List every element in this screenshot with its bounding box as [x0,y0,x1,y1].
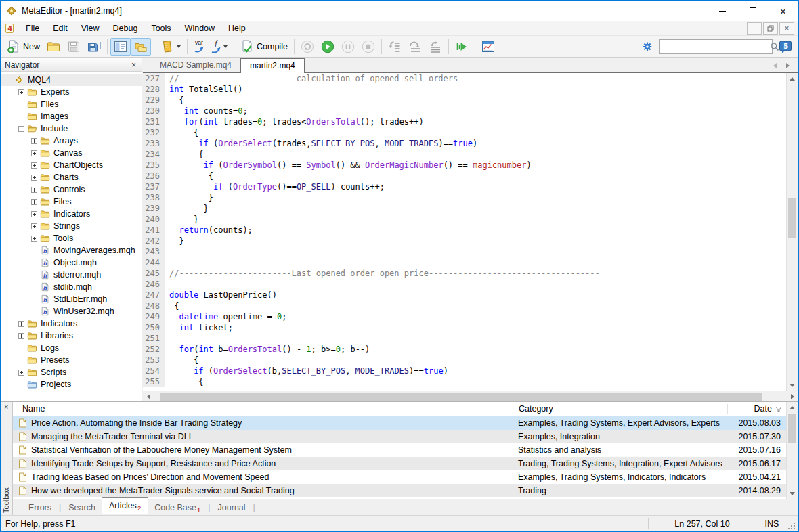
insert-variable-button[interactable]: var [190,38,208,56]
tree-item-tools[interactable]: Tools [1,232,142,244]
styler-button[interactable] [157,38,184,56]
expand-icon[interactable] [31,236,37,242]
start-debug-button[interactable] [318,38,338,56]
tree-item-logs[interactable]: Logs [1,342,142,354]
tree-item-libraries[interactable]: Libraries [1,330,142,342]
article-row-4[interactable]: Identifying Trade Setups by Support, Res… [13,457,786,470]
column-header-name[interactable]: Name [13,404,513,414]
tree-item-presets[interactable]: Presets [1,354,142,366]
toolbox-tab-search[interactable]: Search [62,501,102,514]
expand-icon[interactable] [31,211,37,217]
stop-debug-button[interactable] [358,38,379,56]
step-out-button[interactable] [425,38,446,56]
tree-item-object-mqh[interactable]: hObject.mqh [1,257,142,269]
save-all-button[interactable] [84,38,104,56]
code-editor[interactable]: 227//------------------------calculation… [143,73,786,391]
editor-tab-macd-sample-mq4[interactable]: MACD Sample.mq4 [151,58,240,72]
restart-debug-button[interactable] [297,38,318,56]
function-dropdown-icon[interactable] [223,45,228,48]
tab-scroll-right-icon[interactable] [786,63,790,68]
continue-button[interactable] [452,38,472,56]
tree-item-stderror-mqh[interactable]: hstderror.mqh [1,269,142,281]
scroll-right-icon[interactable] [787,391,798,402]
tree-item-controls[interactable]: Controls [1,183,142,196]
menu-item-view[interactable]: View [74,22,106,35]
save-button[interactable] [64,38,84,56]
maximize-button[interactable] [737,1,768,21]
editor-tab-martin2-mq4[interactable]: martin2.mq4 [240,58,305,73]
expand-icon[interactable] [31,162,37,169]
scroll-left-icon[interactable] [143,391,154,402]
article-row-5[interactable]: Trading Ideas Based on Prices' Direction… [13,470,786,484]
scroll-up-icon[interactable] [787,73,798,84]
tree-item-projects[interactable]: Projects [1,378,142,391]
tree-item-strings[interactable]: Strings [1,220,142,232]
tab-scroll-left-icon[interactable] [773,63,777,68]
tree-item-stdlib-mqh[interactable]: hstdlib.mqh [1,281,142,293]
search-settings-button[interactable] [639,38,656,56]
tree-item-images[interactable]: Images [1,110,142,123]
tree-item-chartobjects[interactable]: ChartObjects [1,159,142,171]
navigator-close-button[interactable]: × [129,60,138,70]
mdi-minimize-button[interactable] [747,22,762,35]
expand-icon[interactable] [31,223,37,229]
styler-dropdown-icon[interactable] [177,45,181,48]
article-row-1[interactable]: Price Action. Automating the Inside Bar … [13,416,786,430]
toggle-toolbox-button[interactable] [131,38,151,56]
toolbox-close-button[interactable]: × [4,403,8,411]
compile-button[interactable]: Compile [237,38,291,56]
expand-icon[interactable] [31,150,37,156]
menu-item-window[interactable]: Window [178,22,221,35]
toolbox-scroll-thumb[interactable] [788,414,796,443]
toolbox-tab-errors[interactable]: Errors [22,501,58,514]
column-header-category[interactable]: Category [513,404,727,414]
column-header-date[interactable]: Date [728,404,786,414]
menu-item-help[interactable]: Help [221,22,253,35]
toolbox-tab-articles[interactable]: Articles2 [102,497,148,514]
step-over-button[interactable] [405,38,425,56]
mql5-community-button[interactable]: 5 [775,38,796,56]
mdi-restore-button[interactable] [763,22,778,35]
expand-icon[interactable] [31,199,37,205]
open-file-button[interactable] [43,38,64,56]
article-row-3[interactable]: Statistical Verification of the Labouche… [13,443,786,457]
close-button[interactable]: × [768,1,798,21]
menu-item-file[interactable]: File [19,22,46,35]
tree-item-include[interactable]: Include [1,123,142,135]
tree-item-mql4[interactable]: MQL4 [1,74,142,86]
toolbox-tab-code-base[interactable]: Code Base1 [148,501,207,514]
collapse-icon[interactable] [18,126,24,132]
step-into-button[interactable] [385,38,405,56]
tree-item-movingaverages-mqh[interactable]: hMovingAverages.mqh [1,244,142,257]
horizontal-scroll-thumb[interactable] [160,393,761,401]
tree-item-indicators[interactable]: Indicators [1,317,142,330]
toggle-navigator-button[interactable] [110,38,131,56]
article-row-6[interactable]: How we developed the MetaTrader Signals … [13,484,786,497]
expand-icon[interactable] [31,138,37,144]
expand-icon[interactable] [31,175,37,181]
expand-icon[interactable] [18,333,24,339]
mdi-close-button[interactable]: × [779,22,794,35]
toolbox-scroll-up-icon[interactable] [787,402,798,413]
menu-item-tools[interactable]: Tools [144,22,177,35]
menu-item-edit[interactable]: Edit [46,22,74,35]
expand-icon[interactable] [31,187,37,193]
menu-item-debug[interactable]: Debug [106,22,145,35]
editor-vertical-scrollbar[interactable] [786,73,798,391]
scroll-down-icon[interactable] [787,380,798,391]
editor-horizontal-scrollbar[interactable] [143,391,798,401]
tree-item-stdliberr-mqh[interactable]: hStdLibErr.mqh [1,293,142,305]
tree-item-arrays[interactable]: Arrays [1,135,142,147]
resize-grip[interactable] [787,522,796,530]
toolbox-tab-journal[interactable]: Journal [212,501,252,514]
tree-item-experts[interactable]: Experts [1,86,142,98]
minimize-button[interactable] [707,1,737,21]
tree-item-files[interactable]: Files [1,98,142,110]
pause-debug-button[interactable] [338,38,358,56]
tree-item-canvas[interactable]: Canvas [1,147,142,159]
expand-icon[interactable] [18,321,24,327]
tree-item-charts[interactable]: Charts [1,171,142,183]
expand-icon[interactable] [18,370,24,376]
tree-item-scripts[interactable]: Scripts [1,366,142,378]
tree-item-winuser32-mqh[interactable]: hWinUser32.mqh [1,305,142,317]
